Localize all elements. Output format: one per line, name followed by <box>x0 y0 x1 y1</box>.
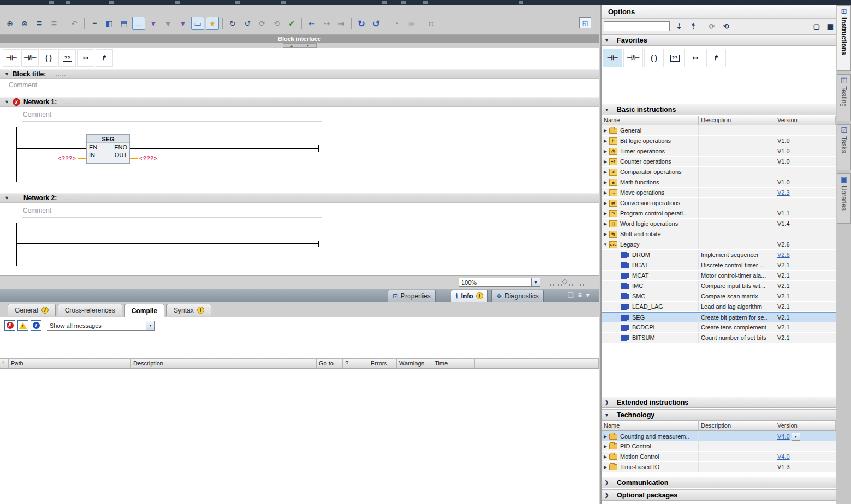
pin-eno[interactable]: ENO <box>114 144 127 151</box>
find-previous-icon[interactable]: ⇡ <box>688 21 699 31</box>
next-error-icon[interactable]: ⇢ <box>320 17 333 30</box>
split-network-view-icon[interactable]: ◧ <box>103 17 116 30</box>
expand-networks-icon[interactable]: ▼ <box>176 17 189 30</box>
refresh-gray-icon[interactable]: ⟳ <box>706 21 717 31</box>
tree-row-mcat[interactable]: MCATMotor control-timer ala...V2.1 <box>602 271 836 281</box>
tree-row-bit-logic-operations[interactable]: ▶⊦Bit logic operationsV1.0 <box>602 136 836 146</box>
column-header-Warnings[interactable]: Warnings <box>397 359 432 368</box>
table-view-icon[interactable]: ▦ <box>825 21 836 31</box>
sidetab-libraries[interactable]: ▣Libraries <box>837 173 851 224</box>
column-header-description[interactable]: Description <box>699 421 775 430</box>
tree-row-bcdcpl[interactable]: BCDCPLCreate tens complementV2.1 <box>602 322 836 333</box>
insert-row-icon[interactable]: ≣ <box>33 17 46 30</box>
compile-icon[interactable]: ✓ <box>285 17 298 30</box>
message-filter-select[interactable]: Show all messages ▼ <box>47 321 155 331</box>
go-online-icon[interactable]: ↻ <box>355 17 368 30</box>
tree-row-smc[interactable]: SMCCompare scan matrixV2.1 <box>602 291 836 302</box>
filter-info-button[interactable]: i <box>31 320 41 331</box>
version-link[interactable]: V4.0 <box>777 433 790 440</box>
chevron-right-icon[interactable]: ❯ <box>602 490 612 500</box>
coil-icon[interactable]: ( ) <box>644 49 664 67</box>
expand-chevron-icon[interactable]: ▶ <box>602 159 609 164</box>
tree-row-counter-operations[interactable]: ▶+1Counter operationsV1.0 <box>602 157 836 167</box>
tree-row-general[interactable]: ▶General <box>602 125 836 136</box>
pin-en[interactable]: EN <box>89 144 97 151</box>
tree-row-dcat[interactable]: DCATDiscrete control-timer ...V2.1 <box>602 260 836 271</box>
expand-chevron-icon[interactable]: ▶ <box>602 232 609 237</box>
collapse-triangle-icon[interactable]: ▼ <box>4 71 9 77</box>
chevron-down-icon[interactable]: ▼ <box>146 321 154 330</box>
empty-box-icon[interactable]: ?? <box>665 49 685 67</box>
previous-error-icon[interactable]: ⇠ <box>305 17 318 30</box>
network1-comment-field[interactable]: Comment <box>22 109 322 122</box>
tree-row-drum[interactable]: DRUMImplement sequencerV2.6 <box>602 250 836 260</box>
column-header-version[interactable]: Version <box>775 116 804 125</box>
tab-diagnostics[interactable]: ❖Diagnostics <box>491 290 544 302</box>
tree-row-timer-operations[interactable]: ▶◷Timer operationsV1.0 <box>602 146 836 157</box>
close-branch-icon[interactable]: ↱ <box>96 49 113 67</box>
tree-row-bitsum[interactable]: BITSUMCount number of set bitsV2.1 <box>602 333 836 343</box>
go-offline-icon[interactable]: ↺ <box>370 17 383 30</box>
tree-row-comparator-operations[interactable]: ▶<Comparator operations <box>602 167 836 177</box>
in-operand[interactable]: <???> <box>58 155 76 161</box>
chevron-right-icon[interactable]: ❯ <box>602 477 612 488</box>
glasses-monitor-icon[interactable]: ∞ <box>404 17 418 30</box>
seg-instruction-block[interactable]: SEG EN ENO IN OUT <box>86 134 130 164</box>
collapse-triangle-icon[interactable]: ▼ <box>4 195 9 201</box>
tree-row-math-functions[interactable]: ▶±Math functionsV1.0 <box>602 177 836 188</box>
block-interface-splitter[interactable]: ▲▼ <box>283 43 317 48</box>
search-input[interactable] <box>604 21 670 31</box>
rotate-cw-icon[interactable]: ↻ <box>226 17 239 30</box>
collapse-pane-icon[interactable]: ▾ <box>586 291 590 299</box>
show-favorites-icon[interactable]: ▭ <box>191 17 204 30</box>
column-header-name[interactable]: Name <box>602 116 699 125</box>
tab-properties[interactable]: ⊡Properties <box>388 290 436 302</box>
tree-row-imc[interactable]: IMCCompare input bits wit...V2.1 <box>602 281 836 291</box>
out-operand[interactable]: <???> <box>139 155 157 161</box>
edit-favorites-icon[interactable]: ★ <box>206 17 219 30</box>
splitter-up-icon[interactable]: ▲ <box>290 44 293 47</box>
expand-chevron-icon[interactable]: ▶ <box>602 454 609 459</box>
zoom-slider[interactable] <box>550 280 588 286</box>
block-comment-field[interactable]: Comment <box>8 80 592 92</box>
delete-row-icon[interactable]: ≣ <box>47 17 61 30</box>
filter-errors-button[interactable]: ✗ <box>4 320 15 331</box>
tree-row-shift-and-rotate[interactable]: ▶↹Shift and rotate <box>602 229 836 239</box>
float-window-icon[interactable]: ❏ <box>568 291 574 299</box>
column-header-Time[interactable]: Time <box>432 359 475 368</box>
tree-row-conversion-operations[interactable]: ▶⇄Conversion operations <box>602 198 836 208</box>
network2-comment-field[interactable]: Comment <box>22 205 322 218</box>
monitoring-icon[interactable]: ◔ <box>390 17 403 30</box>
expand-chevron-icon[interactable]: ▶ <box>602 444 609 449</box>
tree-row-time-based-io[interactable]: ▶Time-based IOV1.3 <box>602 462 836 472</box>
version-dropdown-icon[interactable]: ▼ <box>792 433 800 441</box>
pin-in[interactable]: IN <box>89 152 95 158</box>
collapse-all-blocks-icon[interactable]: ▼ <box>162 17 175 30</box>
column-header-Errors[interactable]: Errors <box>368 359 397 368</box>
expand-all-blocks-icon[interactable]: ▼ <box>147 17 160 30</box>
find-next-icon[interactable]: ⇣ <box>674 21 685 31</box>
network-list-icon[interactable]: ▤ <box>117 17 130 30</box>
tree-row-pid-control[interactable]: ▶PID Control <box>602 441 836 452</box>
rotate-ccw-icon[interactable]: ↺ <box>241 17 254 30</box>
toggle-comments-icon[interactable]: … <box>132 17 145 30</box>
column-header-version[interactable]: Version <box>775 421 804 430</box>
basic-instructions-header[interactable]: ▾ Basic instructions <box>602 104 836 115</box>
tree-row-legacy[interactable]: ▼ETCLegacyV2.6 <box>602 239 836 250</box>
expand-chevron-icon[interactable]: ▶ <box>602 211 609 216</box>
expand-chevron-icon[interactable]: ▶ <box>602 170 609 175</box>
filter-warnings-button[interactable] <box>17 320 28 331</box>
block-title-bar[interactable]: ▼ Block title: ..... <box>0 69 599 79</box>
tree-row-lead-lag[interactable]: LEAD_LAGLead and lag algorithmV2.1 <box>602 302 836 312</box>
tree-row-word-logic-operations[interactable]: ▶⊟Word logic operationsV1.4 <box>602 219 836 229</box>
network1-header[interactable]: ▼ ✗ Network 1: ..... <box>0 97 599 107</box>
expand-chevron-icon[interactable]: ▶ <box>602 201 609 206</box>
nc-contact-icon[interactable]: ⊣/⊢ <box>21 49 39 67</box>
subtab-syntax[interactable]: Syntaxi <box>166 304 211 316</box>
absolute-operands-icon[interactable]: ≡ <box>88 17 101 30</box>
expand-chevron-icon[interactable]: ▶ <box>602 221 609 226</box>
expand-chevron-icon[interactable]: ▶ <box>602 180 609 185</box>
subtab-cross-references[interactable]: Cross-references <box>58 304 122 316</box>
extended-instructions-header[interactable]: ❯ Extended instructions <box>602 397 836 408</box>
expand-chevron-icon[interactable]: ▶ <box>602 139 609 143</box>
